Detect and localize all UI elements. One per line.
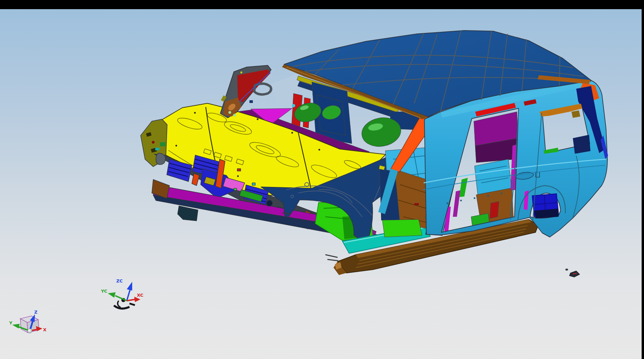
cad-viewport[interactable]: ZC YC XC Z Y [0, 0, 644, 359]
datum-y-label: Y [9, 320, 13, 325]
wcs-z-label: ZC [116, 278, 123, 283]
wcs-x-label: XC [137, 293, 143, 298]
wcs-y-label: YC [101, 289, 107, 294]
datum-z-label: Z [34, 310, 37, 315]
datum-x-label: X [43, 327, 46, 332]
datum-origin-sphere[interactable] [28, 329, 32, 333]
top-black-bar [0, 0, 644, 9]
right-black-bar [642, 0, 644, 359]
